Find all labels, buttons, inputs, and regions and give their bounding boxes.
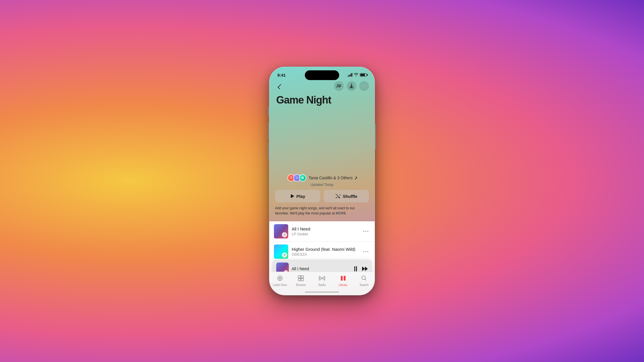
phone-screen-body: 9:41 bbox=[269, 67, 375, 295]
tab-library[interactable]: Library bbox=[333, 274, 354, 287]
back-button[interactable] bbox=[275, 81, 284, 91]
collaborator-avatars: T J M bbox=[287, 174, 306, 182]
tab-browse[interactable]: Browse bbox=[291, 274, 312, 287]
collaborators-row[interactable]: T J M Tania Castillo & 3 Others bbox=[287, 174, 357, 182]
tab-radio-label: Radio bbox=[318, 283, 326, 287]
nav-bar bbox=[269, 81, 375, 91]
playlist-title: Game Night bbox=[276, 94, 331, 106]
shuffle-label: Shuffle bbox=[343, 194, 357, 199]
status-time: 9:41 bbox=[277, 73, 286, 77]
more-options-button[interactable] bbox=[359, 81, 369, 91]
svg-rect-10 bbox=[341, 276, 342, 281]
song-more-button-2[interactable] bbox=[361, 247, 370, 256]
phone-frame: 9:41 bbox=[269, 67, 375, 295]
play-button[interactable]: Play bbox=[275, 190, 320, 202]
tab-search[interactable]: Search bbox=[353, 274, 375, 287]
svg-rect-5 bbox=[298, 276, 301, 278]
avatar-3: M bbox=[299, 174, 306, 182]
dynamic-island bbox=[305, 70, 339, 80]
nav-right-icons bbox=[334, 81, 369, 91]
song-artwork-2: 🎵 bbox=[274, 244, 288, 259]
browse-icon bbox=[297, 274, 305, 282]
phone-screen: 9:41 bbox=[269, 67, 375, 295]
signal-icon bbox=[348, 73, 353, 77]
shuffle-button[interactable]: Shuffle bbox=[324, 190, 369, 202]
action-buttons: Play Shuffle bbox=[275, 190, 369, 202]
tab-listen-now-label: Listen Now bbox=[273, 283, 287, 287]
home-indicator bbox=[305, 291, 339, 293]
svg-point-9 bbox=[321, 277, 323, 279]
wifi-icon bbox=[354, 73, 358, 77]
mini-player-song-name: All I Need bbox=[292, 266, 351, 271]
collaborators-name: Tania Castillo & 3 Others bbox=[309, 176, 353, 180]
song-artwork-1: 🎵 bbox=[274, 224, 288, 238]
song-artist-1: LP Giobbi bbox=[292, 232, 358, 236]
status-icons bbox=[348, 73, 367, 77]
svg-rect-11 bbox=[343, 276, 345, 281]
svg-rect-6 bbox=[301, 276, 303, 278]
song-info-2: Higher Ground (feat. Naomi Wild) ODESZA bbox=[292, 247, 358, 256]
mini-pause-button[interactable] bbox=[354, 266, 357, 271]
collaborators-button[interactable] bbox=[334, 81, 344, 91]
mini-player-controls bbox=[354, 266, 368, 271]
more-link[interactable]: MORE bbox=[336, 211, 346, 215]
svg-rect-8 bbox=[301, 279, 303, 281]
radio-icon bbox=[318, 274, 326, 282]
play-label: Play bbox=[297, 194, 305, 199]
song-info-1: All I Need LP Giobbi bbox=[292, 226, 358, 236]
download-button[interactable] bbox=[347, 81, 356, 91]
shuffle-icon bbox=[335, 194, 341, 198]
tab-radio[interactable]: Radio bbox=[311, 274, 333, 287]
song-title-2: Higher Ground (feat. Naomi Wild) bbox=[292, 247, 358, 252]
song-more-button-1[interactable] bbox=[361, 227, 370, 236]
song-title-1: All I Need bbox=[292, 226, 358, 231]
collaborators-section: T J M Tania Castillo & 3 Others Updated … bbox=[269, 174, 375, 187]
song-artist-2: ODESZA bbox=[292, 252, 358, 256]
mini-next-button[interactable] bbox=[362, 266, 368, 271]
power-button[interactable] bbox=[375, 124, 376, 150]
collaborators-chevron-icon bbox=[354, 176, 357, 180]
search-icon bbox=[360, 274, 368, 282]
listen-now-icon bbox=[276, 274, 284, 282]
tab-browse-label: Browse bbox=[296, 283, 306, 287]
svg-rect-7 bbox=[298, 279, 301, 281]
song-item-1[interactable]: 🎵 All I Need LP Giobbi bbox=[269, 221, 375, 242]
tab-listen-now[interactable]: Listen Now bbox=[269, 274, 291, 287]
tab-library-label: Library bbox=[339, 283, 347, 287]
updated-label: Updated Today bbox=[311, 183, 334, 187]
play-icon bbox=[291, 194, 294, 198]
tab-search-label: Search bbox=[359, 283, 369, 287]
svg-point-4 bbox=[279, 278, 280, 279]
song-item-2[interactable]: 🎵 Higher Ground (feat. Naomi Wild) ODESZ… bbox=[269, 242, 375, 262]
library-icon bbox=[339, 274, 347, 282]
playlist-description: Add your game night songs, and we'll all… bbox=[275, 206, 369, 216]
battery-icon bbox=[360, 73, 367, 77]
